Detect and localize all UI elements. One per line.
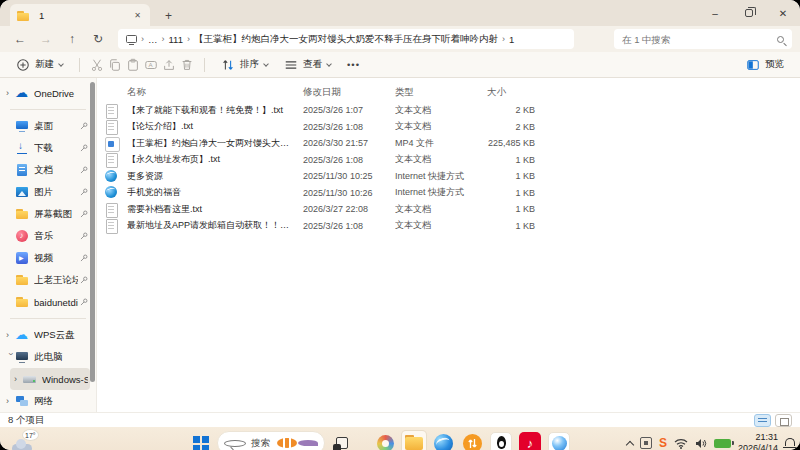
file-name: 需要补档看这里.txt xyxy=(127,203,303,216)
cut-icon[interactable] xyxy=(90,58,104,72)
file-type: MP4 文件 xyxy=(395,137,481,150)
app-netease-music-button[interactable]: ♪ xyxy=(518,431,542,450)
volume-icon[interactable] xyxy=(695,438,707,449)
expand-chevron-icon[interactable]: › xyxy=(6,396,15,406)
new-button[interactable]: 新建 xyxy=(10,55,69,75)
clock-time: 21:31 xyxy=(738,432,778,443)
preview-button[interactable]: 预览 xyxy=(740,55,790,75)
chevron-down-icon xyxy=(58,61,64,67)
expand-chevron-icon[interactable]: › xyxy=(6,353,16,362)
hidden-icons-chevron[interactable] xyxy=(626,440,634,448)
clock-date: 2026/4/14 xyxy=(738,443,778,450)
video-icon xyxy=(15,251,29,265)
expand-chevron-icon[interactable]: › xyxy=(6,88,15,98)
more-button[interactable]: ••• xyxy=(341,56,366,73)
sidebar-item-上老王论坛当[interactable]: 上老王论坛当 xyxy=(2,269,90,291)
expand-chevron-icon[interactable]: › xyxy=(6,330,15,340)
sidebar-item-屏幕截图[interactable]: 屏幕截图 xyxy=(2,203,90,225)
clock[interactable]: 21:31 2026/4/14 xyxy=(738,432,778,450)
ime-icon[interactable] xyxy=(640,437,652,449)
sidebar-item-视频[interactable]: 视频 xyxy=(2,247,90,269)
sidebar-item-音乐[interactable]: 音乐 xyxy=(2,225,90,247)
sidebar-item-OneDrive[interactable]: › OneDrive xyxy=(2,82,90,104)
restore-button[interactable] xyxy=(732,0,766,26)
breadcrumb-segment[interactable]: 1 xyxy=(509,34,514,45)
share-icon[interactable] xyxy=(162,58,176,72)
this-pc-icon[interactable] xyxy=(126,35,137,43)
rename-icon[interactable]: A xyxy=(144,58,158,72)
sidebar-item-此电脑[interactable]: › 此电脑 xyxy=(2,346,90,368)
sort-button[interactable]: 排序 xyxy=(215,55,274,75)
column-type[interactable]: 类型 xyxy=(395,86,481,99)
sidebar-item-label: 图片 xyxy=(34,186,78,199)
tab-close-icon[interactable]: ✕ xyxy=(131,10,144,21)
file-row[interactable]: 手机党的福音 2025/11/30 10:26 Internet 快捷方式 1 … xyxy=(97,185,800,202)
wps-icon xyxy=(15,328,29,342)
file-row[interactable]: 更多资源 2025/11/30 10:25 Internet 快捷方式 1 KB xyxy=(97,168,800,185)
sidebar-item-文档[interactable]: 文档 xyxy=(2,159,90,181)
breadcrumb-ellipsis[interactable]: … xyxy=(148,34,158,45)
file-row[interactable]: 需要补档看这里.txt 2026/3/27 22:08 文本文档 1 KB xyxy=(97,201,800,218)
taskbar-search[interactable]: 搜索 xyxy=(217,431,325,450)
copy-icon[interactable] xyxy=(108,58,122,72)
app-downloader-button[interactable] xyxy=(460,431,484,450)
sidebar-scrollbar[interactable] xyxy=(90,82,95,382)
details-view-toggle[interactable] xyxy=(754,414,771,427)
file-row[interactable]: 【永久地址发布页】.txt 2025/3/26 1:08 文本文档 1 KB xyxy=(97,152,800,169)
sogou-input-icon[interactable]: S xyxy=(659,436,667,450)
refresh-button[interactable]: ↻ xyxy=(86,32,110,46)
task-view-button[interactable] xyxy=(330,431,354,450)
search-icon xyxy=(224,440,246,447)
sidebar-item-网络[interactable]: › 网络 xyxy=(2,390,90,412)
breadcrumb[interactable]: › … › 111 › 【王掌柜】约炮白净大一女两对馒头大奶爱不释手压在身下听着… xyxy=(118,29,574,49)
sidebar-item-桌面[interactable]: 桌面 xyxy=(2,115,90,137)
folder-icon xyxy=(16,9,29,21)
app-file-explorer-button[interactable] xyxy=(402,431,426,450)
delete-icon[interactable] xyxy=(180,58,194,72)
explorer-tab[interactable]: 1 ✕ xyxy=(10,4,150,26)
new-tab-button[interactable]: + xyxy=(160,9,177,23)
close-button[interactable]: ✕ xyxy=(766,0,800,26)
app-qq-button[interactable] xyxy=(489,431,513,450)
expand-chevron-icon[interactable]: › xyxy=(14,374,23,384)
view-button[interactable]: 查看 xyxy=(278,55,337,75)
app-colorloop-button[interactable] xyxy=(373,431,397,450)
column-size[interactable]: 大小 xyxy=(481,86,539,99)
start-button[interactable] xyxy=(188,431,212,450)
file-row[interactable]: 最新地址及APP请发邮箱自动获取！！！.txt 2025/3/26 1:08 文… xyxy=(97,218,800,235)
search-input[interactable] xyxy=(622,34,777,45)
sidebar-item-label: 下载 xyxy=(34,142,78,155)
coral-icon xyxy=(298,440,318,446)
large-icons-view-toggle[interactable] xyxy=(775,414,792,427)
wifi-icon[interactable] xyxy=(674,438,688,449)
back-button[interactable]: ← xyxy=(8,32,32,46)
weather-widget[interactable]: 17° xyxy=(12,431,52,450)
sidebar-item-图片[interactable]: 图片 xyxy=(2,181,90,203)
explorer-search[interactable] xyxy=(614,29,792,49)
sidebar-item-baidunetdisk[interactable]: baidunetdisk xyxy=(2,291,90,313)
app-browser-button[interactable] xyxy=(431,431,455,450)
battery-icon[interactable] xyxy=(714,439,731,448)
sidebar-item-下载[interactable]: 下载 xyxy=(2,137,90,159)
pin-icon xyxy=(80,254,88,262)
up-button[interactable]: ↑ xyxy=(60,32,84,46)
file-row[interactable]: 【王掌柜】约炮白净大一女两对馒头大奶爱不释... 2026/3/30 21:57… xyxy=(97,135,800,152)
minimize-button[interactable]: – xyxy=(698,0,732,26)
system-tray: S 21:31 2026/4/14 xyxy=(627,427,795,450)
paste-icon[interactable] xyxy=(126,58,140,72)
forward-button[interactable]: → xyxy=(34,32,58,46)
app-blue-sphere-button[interactable] xyxy=(547,431,571,450)
column-name[interactable]: 名称 xyxy=(127,86,303,99)
breadcrumb-segment[interactable]: 【王掌柜】约炮白净大一女两对馒头大奶爱不释手压在身下听着呻吟内射 xyxy=(194,33,498,46)
file-row[interactable]: 【论坛介绍】.txt 2025/3/26 1:08 文本文档 2 KB xyxy=(97,119,800,136)
notification-bell-icon[interactable] xyxy=(785,438,795,446)
sidebar-item-label: 网络 xyxy=(34,395,88,408)
document-icon xyxy=(15,163,29,177)
sidebar-item-WPS云盘[interactable]: › WPS云盘 xyxy=(2,324,90,346)
sort-icon xyxy=(221,58,235,72)
sidebar-item-Windows-SSD[interactable]: › Windows-SSD xyxy=(10,368,90,390)
explorer-body: › OneDrive 桌面 下载 文档 图片 屏幕截图 音乐 xyxy=(0,78,800,412)
file-row[interactable]: 【来了就能下载和观看！纯免费！】.txt 2025/3/26 1:07 文本文档… xyxy=(97,102,800,119)
column-date[interactable]: 修改日期 xyxy=(303,86,395,99)
breadcrumb-segment[interactable]: 111 xyxy=(169,34,183,45)
